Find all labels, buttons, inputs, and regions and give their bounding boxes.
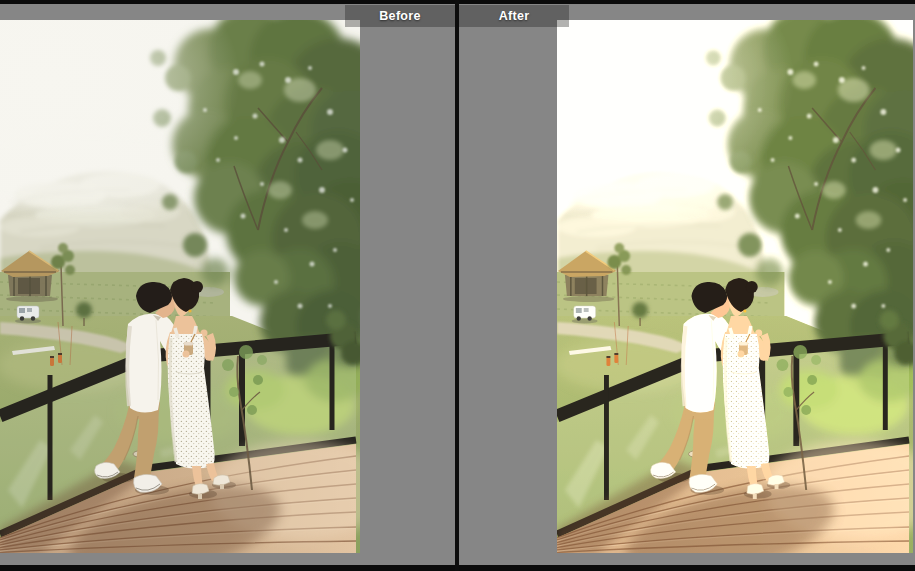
- after-photo[interactable]: [557, 20, 913, 553]
- after-photo-illustration: [557, 20, 913, 553]
- before-label: Before: [379, 9, 420, 23]
- before-label-bar: Before: [345, 5, 455, 27]
- pane-divider: [455, 0, 459, 571]
- before-after-compare-view: Before After: [0, 0, 915, 571]
- before-photo[interactable]: [0, 20, 360, 553]
- after-label-bar: After: [459, 5, 569, 27]
- before-photo-illustration: [0, 20, 360, 553]
- after-label: After: [499, 9, 530, 23]
